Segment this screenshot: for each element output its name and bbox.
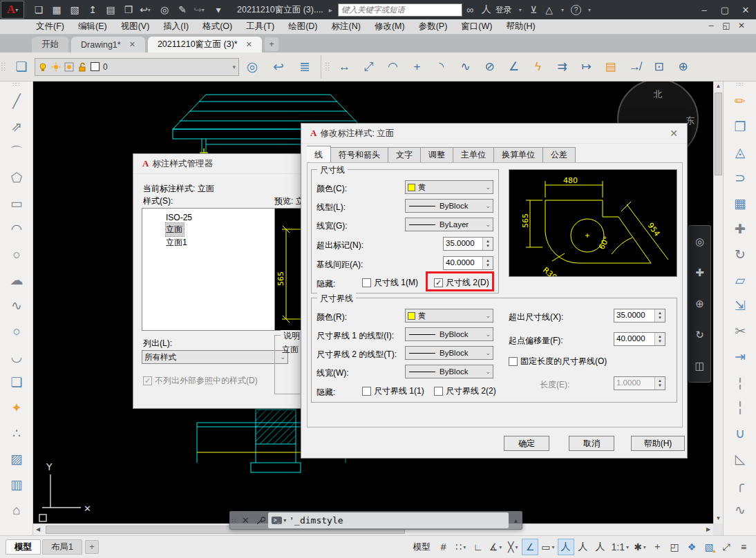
search-binoculars-icon[interactable]: ∞ <box>466 4 473 15</box>
baseline-dimension-button[interactable]: ⇉ <box>550 55 574 79</box>
open-button[interactable]: ❏ <box>30 2 48 17</box>
blend-curves-button[interactable]: ∿ <box>724 497 756 523</box>
radius-dimension-button[interactable]: ◝ <box>429 55 453 79</box>
scroll-right-icon[interactable]: ▶ <box>703 524 713 535</box>
join-button[interactable]: ∪ <box>724 421 756 446</box>
aligned-dimension-button[interactable]: ⤢ <box>357 55 381 79</box>
break-at-point-button[interactable]: ¦ <box>724 369 756 395</box>
arc-button[interactable]: ◠ <box>0 216 33 242</box>
extend-button[interactable]: ⇥ <box>724 344 756 369</box>
chevron-down-icon[interactable]: ▾ <box>515 544 518 550</box>
print-button[interactable]: ▤ <box>102 2 120 17</box>
chevron-down-icon[interactable]: ▾ <box>148 7 153 13</box>
dlg-tab-symbols-arrows[interactable]: 符号和箭头 <box>331 147 388 163</box>
dlg-tab-text[interactable]: 文字 <box>388 147 421 163</box>
settings-gear-button[interactable]: ✱ ▾ <box>632 539 648 555</box>
break-button[interactable]: ╎ <box>724 395 756 421</box>
customization-menu-button[interactable]: ≡ <box>735 539 752 555</box>
construction-line-button[interactable]: ⇗ <box>0 114 33 140</box>
close-icon[interactable]: ✕ <box>246 40 252 49</box>
region-button[interactable]: ⌂ <box>0 497 33 523</box>
chevron-down-icon[interactable]: ▾ <box>202 7 207 13</box>
chevron-down-icon[interactable]: ▾ <box>561 7 564 13</box>
cancel-button[interactable]: 取消 <box>569 436 614 451</box>
doc-close-button[interactable]: ✕ <box>734 21 749 30</box>
help-icon[interactable]: ? <box>571 5 581 15</box>
chevron-down-icon[interactable]: ▾ <box>552 544 555 550</box>
dlg-tab-primary-units[interactable]: 主单位 <box>453 147 494 163</box>
close-icon[interactable]: ✕ <box>129 40 135 49</box>
spinner-arrows[interactable]: ▲▼ <box>654 309 665 322</box>
toolbar-grip[interactable]: ∷∷ <box>1 62 7 72</box>
menu-format[interactable]: 格式(O) <box>196 19 239 34</box>
signin-label[interactable]: 登录 <box>495 4 512 16</box>
ok-button[interactable]: 确定 <box>504 436 549 451</box>
dimension-break-button[interactable]: ↛ <box>623 55 647 79</box>
object-snap-toggle[interactable]: ∠ <box>522 539 538 555</box>
extline2-linetype-select[interactable]: ByBlock ⌄ <box>405 346 493 360</box>
showmotion-icon[interactable]: ◫ <box>694 360 704 372</box>
menu-parametric[interactable]: 参数(P) <box>412 19 455 34</box>
annotation-scale-value[interactable]: 1:1 ▾ <box>609 539 631 555</box>
angular-dimension-button[interactable]: ∠ <box>502 55 526 79</box>
dialog-titlebar[interactable]: A 修改标注样式: 立面 ✕ <box>301 124 687 144</box>
rotate-button[interactable]: ↻ <box>724 242 756 267</box>
revision-cloud-button[interactable]: ☁ <box>0 267 33 293</box>
vertical-scroll-thumb[interactable] <box>715 93 722 175</box>
stretch-button[interactable]: ⇲ <box>724 293 756 318</box>
selection-cycling-toggle[interactable]: ＋ <box>649 539 665 555</box>
snap-mode-toggle[interactable]: ∷ ▾ <box>453 539 469 555</box>
toolbar-grip[interactable]: ∷∷ <box>325 62 331 72</box>
chevron-down-icon[interactable]: ▾ <box>588 7 591 13</box>
continue-dimension-button[interactable]: ↦ <box>574 55 598 79</box>
close-icon[interactable]: ✕ <box>242 515 249 526</box>
scroll-down-icon[interactable]: ▼ <box>714 514 723 523</box>
style-item-iso25[interactable]: ISO-25 <box>166 212 193 223</box>
circle-button[interactable]: ○ <box>0 242 33 267</box>
help-button[interactable]: 帮助(H) <box>631 436 685 451</box>
doc-minimize-button[interactable]: – <box>703 21 719 30</box>
autodesk-share-icon[interactable]: △ <box>545 4 553 15</box>
minimize-button[interactable]: – <box>694 1 715 19</box>
toolbar-grip[interactable]: ∷∷ <box>724 81 756 88</box>
doc-restore-button[interactable]: ◱ <box>719 21 734 30</box>
user-icon[interactable]: 人 <box>482 3 491 16</box>
layout1-tab[interactable]: 布局1 <box>42 539 82 555</box>
layer-states-button[interactable]: ≣ <box>292 54 318 80</box>
line-button[interactable]: ╱ <box>0 88 33 114</box>
new-tab-button[interactable]: + <box>265 37 278 51</box>
vertical-scrollbar[interactable]: ▲ ▼ <box>713 81 723 523</box>
menu-insert[interactable]: 插入(I) <box>156 19 196 34</box>
spinner-arrows[interactable]: ▲▼ <box>482 238 493 250</box>
annotation-scale-icon[interactable]: 人 <box>592 539 609 555</box>
make-block-button[interactable]: ✦ <box>0 395 33 421</box>
qat-more-button[interactable]: ▾ <box>209 2 227 17</box>
tolerance-button[interactable]: ⊡ <box>647 55 671 79</box>
suppress-dimline2-checkbox[interactable]: 尺寸线 2(D) <box>434 277 489 289</box>
menu-view[interactable]: 视图(V) <box>114 19 157 34</box>
extline-color-select[interactable]: 黄 ⌄ <box>405 309 493 323</box>
style-item-limian[interactable]: 立面 <box>166 223 184 236</box>
chevron-down-icon[interactable]: ▾ <box>463 544 466 550</box>
array-button[interactable]: ▦ <box>724 191 756 216</box>
tab-start[interactable]: 开始 <box>32 37 68 52</box>
dynamic-input-toggle[interactable]: ▭ ▾ <box>539 539 556 555</box>
suppress-dimline1-checkbox[interactable]: 尺寸线 1(M) <box>362 277 418 289</box>
plot-preview-button[interactable]: ◎ <box>155 2 173 17</box>
chevron-down-icon[interactable]: ▾ <box>499 544 502 550</box>
polar-tracking-toggle[interactable]: ∡ ▾ <box>487 539 504 555</box>
spline-button[interactable]: ∿ <box>0 293 33 318</box>
command-history-up-icon[interactable]: ▲ <box>513 517 519 524</box>
copy-button[interactable]: ❐ <box>724 114 756 140</box>
spinner-arrows[interactable]: ▲▼ <box>482 257 493 269</box>
spinner-arrows[interactable]: ▲▼ <box>654 333 665 345</box>
suppress-extline1-checkbox[interactable]: 尺寸界线 1(1) <box>362 385 424 397</box>
menu-file[interactable]: 文件(F) <box>29 19 71 34</box>
graphics-performance-button[interactable]: ▧ <box>701 539 717 555</box>
autoscale-toggle[interactable]: 人 <box>575 539 592 555</box>
save-as-button[interactable]: ▧ <box>66 2 84 17</box>
polyline-button[interactable]: ⌒ <box>0 140 33 165</box>
title-expand-icon[interactable]: ▸ <box>329 6 332 14</box>
undo-button[interactable]: ↩ ▾ <box>138 2 155 17</box>
new-sheet-button[interactable]: ❐ <box>120 2 138 17</box>
